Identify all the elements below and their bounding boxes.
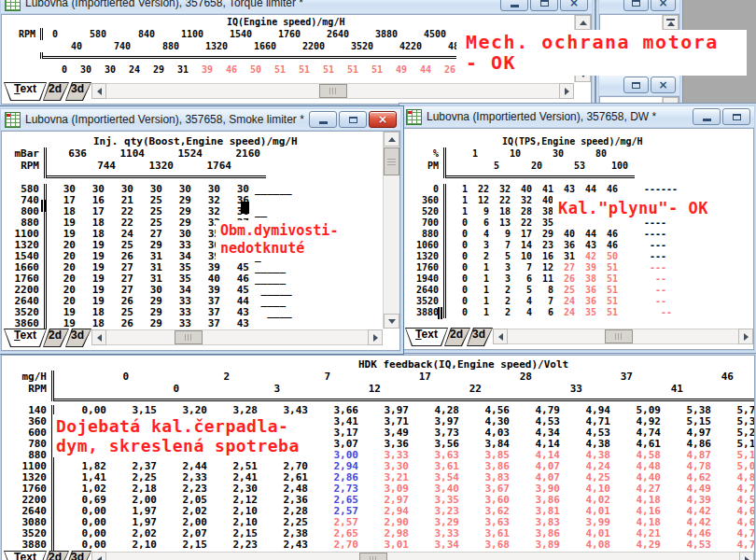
table-row[interactable]: 388001246243551 -- [404, 307, 678, 318]
map-cell[interactable]: 1 [468, 307, 489, 318]
map-cell[interactable]: 38 [575, 273, 596, 285]
map-cell[interactable]: 6 [468, 217, 489, 229]
map-cell[interactable]: 44 [407, 63, 431, 77]
map-cell[interactable]: 0,00 [54, 539, 106, 551]
map-cell[interactable]: 1 [446, 184, 468, 195]
map-cell[interactable]: 49 [383, 63, 407, 77]
scroll-right-button[interactable] [738, 329, 753, 344]
map-cell[interactable]: 51 [596, 285, 618, 296]
map-cell[interactable]: 51 [596, 262, 618, 273]
scroll-left-button[interactable] [91, 329, 106, 345]
map-cell[interactable]: 0 [446, 262, 468, 273]
map-cell[interactable]: 9 [468, 206, 489, 217]
map-cell[interactable]: 0 [446, 285, 468, 296]
map-cell[interactable]: 44 [575, 229, 596, 240]
map-cell[interactable]: 30 [91, 63, 116, 77]
tab-3d[interactable]: 3d [63, 551, 91, 560]
map-cell[interactable]: 4,73 [711, 539, 755, 551]
map-cell[interactable]: 2 [489, 296, 511, 307]
map-cell[interactable]: 1 [468, 285, 489, 296]
map-cell[interactable]: 40 [532, 195, 553, 206]
table-row[interactable]: 352001247243651 -- [404, 296, 678, 307]
map-cell[interactable]: 11 [532, 273, 553, 285]
close-button[interactable]: × [369, 111, 397, 128]
map-cell[interactable]: 0 [446, 296, 468, 307]
map-cell[interactable]: 46 [596, 240, 618, 251]
tab-3d[interactable]: 3d [63, 82, 91, 101]
close-button[interactable]: × [651, 77, 676, 93]
map-cell[interactable]: 41 [532, 184, 553, 195]
horizontal-scrollbar[interactable] [91, 329, 383, 345]
map-cell[interactable]: 5 [489, 251, 511, 262]
map-cell[interactable]: 5 [511, 285, 532, 296]
map-cell[interactable]: 46 [596, 184, 618, 195]
map-cell[interactable]: 2,70 [308, 539, 358, 551]
map-cell[interactable]: 14 [511, 240, 532, 251]
scroll-right-button[interactable] [739, 552, 754, 560]
map-cell[interactable]: 0 [446, 240, 468, 251]
table-row[interactable]: 13200251016314250 --- [404, 251, 678, 262]
map-cell[interactable]: 29 [140, 63, 164, 77]
map-cell[interactable]: 2 [489, 285, 511, 296]
map-cell[interactable]: 17 [511, 229, 532, 240]
map-cell[interactable]: 4 [511, 307, 532, 318]
map-cell[interactable]: 39 [575, 262, 596, 273]
scroll-left-button[interactable] [91, 552, 106, 560]
map-cell[interactable]: 51 [286, 63, 310, 77]
map-cell[interactable]: 0 [446, 307, 468, 318]
maximize-button[interactable] [623, 77, 649, 93]
scrollbar-thumb[interactable] [359, 553, 387, 560]
map-cell[interactable]: 10 [511, 251, 532, 262]
map-cell[interactable]: 0 [446, 229, 468, 240]
map-cell[interactable]: 38 [532, 206, 553, 217]
map-cell[interactable]: 51 [596, 273, 618, 285]
scrollbar-thumb[interactable] [384, 147, 399, 175]
map-cell[interactable]: 29 [532, 229, 553, 240]
map-cell[interactable]: 43 [553, 184, 575, 195]
map-cell[interactable]: 6 [532, 307, 553, 318]
scroll-right-button[interactable] [368, 329, 383, 345]
map-cell[interactable]: 0 [43, 63, 67, 77]
map-cell[interactable]: 2 [489, 307, 511, 318]
map-cell[interactable]: 2,23 [207, 539, 258, 551]
horizontal-scrollbar[interactable] [91, 552, 754, 560]
map-cell[interactable]: 24 [553, 307, 575, 318]
map-cell[interactable]: 1 [446, 195, 468, 206]
maximize-button[interactable] [339, 111, 367, 128]
map-cell[interactable]: 4,53 [661, 539, 711, 551]
maximize-button[interactable] [623, 0, 649, 11]
table-row[interactable]: 38800,002,102,152,232,432,703,013,343,68… [3, 539, 755, 551]
map-cell[interactable]: 43 [575, 240, 596, 251]
map-cell[interactable]: 0 [446, 273, 468, 285]
map-cell[interactable]: 6 [511, 273, 532, 285]
scroll-up-button[interactable] [384, 132, 399, 147]
map-cell[interactable]: 32 [511, 195, 532, 206]
map-cell[interactable]: 4 [468, 229, 489, 240]
map-cell[interactable]: 2,10 [106, 539, 157, 551]
horizontal-scrollbar[interactable] [493, 329, 753, 344]
map-cell[interactable]: 51 [310, 63, 334, 77]
minimize-button[interactable] [693, 108, 721, 125]
map-cell[interactable]: 12 [468, 195, 489, 206]
map-cell[interactable]: 7 [511, 262, 532, 273]
map-cell[interactable]: 31 [553, 251, 575, 262]
scroll-up-button[interactable] [575, 15, 591, 30]
map-cell[interactable]: 0 [446, 251, 468, 262]
dw-titlebar[interactable]: Lubovna (Importierted Version), 357658, … [402, 106, 754, 127]
map-cell[interactable]: 3 [468, 240, 489, 251]
map-cell[interactable]: 51 [358, 63, 383, 77]
scroll-left-button[interactable] [91, 83, 106, 99]
map-cell[interactable]: 35 [532, 217, 553, 229]
map-cell[interactable]: 7 [489, 240, 511, 251]
maximize-button[interactable] [530, 0, 558, 11]
maximize-button[interactable] [722, 108, 750, 125]
scrollbar-thumb[interactable] [175, 330, 203, 344]
map-cell[interactable]: 51 [596, 296, 618, 307]
map-cell[interactable]: 35 [575, 307, 596, 318]
torque-titlebar[interactable]: Lubovna (Importierted Version), 357658, … [1, 0, 592, 13]
map-cell[interactable]: 40 [511, 184, 532, 195]
map-cell[interactable]: 26 [553, 273, 575, 285]
map-cell[interactable]: 23 [532, 240, 553, 251]
vertical-scrollbar[interactable] [383, 132, 399, 329]
map-cell[interactable]: 26 [431, 63, 455, 77]
